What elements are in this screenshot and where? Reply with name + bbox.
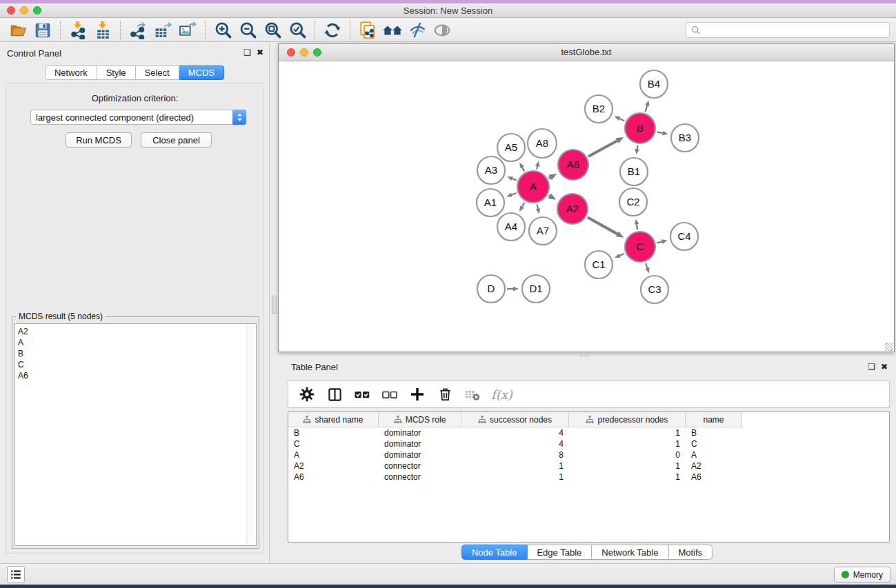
graph-edge-C-C2[interactable] — [635, 219, 639, 230]
network-window-titlebar[interactable]: testGlobe.txt — [279, 44, 894, 61]
column-header-predecessor-nodes[interactable]: predecessor nodes — [569, 412, 686, 427]
tab-edge-table[interactable]: Edge Table — [527, 545, 592, 560]
graph-node-C2[interactable]: C2 — [619, 188, 647, 216]
table-row[interactable]: Adominator80A — [288, 449, 889, 460]
graph-node-A3[interactable]: A3 — [477, 156, 505, 184]
table-cell[interactable]: 8 — [461, 449, 569, 460]
network-graph[interactable]: B4B2BB3A5A8A3A6B1AA1A2C2A4A7CC4C1C3DD1 — [279, 61, 894, 352]
graph-edge-A-A4[interactable] — [519, 203, 524, 212]
tab-node-table[interactable]: Node Table — [461, 545, 528, 560]
export-network-button[interactable] — [126, 20, 150, 41]
graph-edge-A-A2[interactable] — [548, 193, 557, 199]
show-graphics-details-button[interactable] — [430, 20, 455, 41]
mcds-result-item[interactable]: A2 — [15, 326, 256, 337]
graph-node-A6[interactable]: A6 — [558, 150, 588, 180]
graph-node-C1[interactable]: C1 — [585, 251, 613, 278]
zoom-in-button[interactable] — [210, 20, 235, 41]
float-panel-icon[interactable]: ❑ — [243, 48, 251, 57]
table-cell[interactable]: 1 — [569, 472, 686, 483]
graph-edge-A-A7[interactable] — [536, 204, 540, 214]
result-scrollbar[interactable] — [246, 324, 256, 545]
mcds-result-item[interactable]: B — [15, 348, 256, 359]
graph-edge-D-D1[interactable] — [507, 287, 519, 292]
close-panel-icon[interactable]: ✖ — [257, 48, 263, 57]
graph-node-B4[interactable]: B4 — [640, 70, 668, 98]
graph-node-A[interactable]: A — [517, 171, 549, 203]
graph-edge-C-C3[interactable] — [645, 263, 649, 274]
graph-edge-C-C4[interactable] — [657, 239, 667, 243]
table-cell[interactable]: 1 — [569, 438, 686, 449]
table-cell[interactable]: 4 — [461, 427, 569, 438]
criterion-select[interactable]: largest connected component (directed) — [30, 110, 246, 125]
resize-grip[interactable] — [885, 343, 893, 351]
graph-node-A2[interactable]: A2 — [557, 194, 588, 224]
column-header-shared-name[interactable]: shared name — [288, 412, 379, 427]
deselect-all-button[interactable] — [378, 383, 401, 405]
network-canvas[interactable]: B4B2BB3A5A8A3A6B1AA1A2C2A4A7CC4C1C3DD1 — [279, 61, 894, 352]
search-field[interactable] — [686, 22, 890, 38]
table-cell[interactable]: 0 — [569, 449, 686, 460]
graph-node-C[interactable]: C — [625, 232, 655, 262]
graph-node-D[interactable]: D — [477, 275, 505, 303]
duplicate-network-button[interactable] — [355, 20, 380, 41]
graph-edge-A-A8[interactable] — [535, 161, 539, 169]
graph-node-B[interactable]: B — [625, 113, 655, 143]
run-mcds-button[interactable]: Run MCDS — [66, 132, 132, 148]
graph-node-A4[interactable]: A4 — [497, 213, 525, 241]
graph-node-A1[interactable]: A1 — [477, 189, 504, 216]
delete-table-button[interactable] — [461, 383, 484, 405]
table-row[interactable]: Cdominator41C — [288, 438, 889, 449]
tab-network[interactable]: Network — [45, 65, 97, 80]
table-row[interactable]: Bdominator41B — [288, 427, 889, 438]
show-columns-button[interactable] — [323, 383, 346, 405]
tab-style[interactable]: Style — [97, 65, 136, 80]
select-all-button[interactable] — [350, 383, 374, 405]
graph-node-A7[interactable]: A7 — [529, 217, 557, 245]
graph-edge-C-C1[interactable] — [615, 254, 624, 258]
graph-edge-B-B4[interactable] — [645, 101, 649, 112]
zoom-out-button[interactable] — [235, 20, 260, 41]
table-cell[interactable]: dominator — [379, 438, 461, 449]
table-cell[interactable]: C — [686, 438, 742, 449]
table-row[interactable]: A6connector11A6 — [288, 472, 889, 483]
graph-node-A8[interactable]: A8 — [528, 129, 557, 158]
graph-node-C3[interactable]: C3 — [641, 276, 668, 303]
search-input[interactable] — [704, 26, 889, 35]
table-cell[interactable]: 1 — [461, 472, 569, 483]
delete-column-button[interactable] — [433, 383, 457, 405]
graph-edge-A-A3[interactable] — [507, 176, 517, 181]
table-cell[interactable]: connector — [379, 472, 461, 483]
tab-motifs[interactable]: Motifs — [668, 545, 713, 560]
table-row[interactable]: A2connector11A2 — [288, 460, 889, 472]
zoom-selected-button[interactable] — [285, 20, 310, 41]
graph-node-B3[interactable]: B3 — [671, 124, 699, 152]
mcds-result-item[interactable]: C — [15, 359, 256, 370]
export-image-button[interactable] — [175, 20, 200, 41]
graph-edge-B-B3[interactable] — [657, 131, 668, 135]
graph-edge-A-A1[interactable] — [506, 192, 516, 196]
vertical-divider-handle[interactable] — [272, 296, 277, 314]
table-cell[interactable]: 1 — [569, 427, 686, 438]
table-cell[interactable]: A6 — [288, 472, 379, 483]
export-table-button[interactable] — [150, 20, 175, 41]
close-panel-icon[interactable]: ✖ — [881, 362, 888, 372]
table-cell[interactable]: A2 — [686, 460, 742, 472]
table-settings-button[interactable] — [295, 383, 319, 405]
graph-node-B2[interactable]: B2 — [585, 95, 613, 123]
table-cell[interactable]: 1 — [461, 460, 569, 472]
function-builder-button[interactable]: f(x) — [491, 387, 512, 402]
graph-edge-B-B1[interactable] — [635, 145, 639, 155]
mcds-result-item[interactable]: A6 — [15, 370, 256, 381]
import-network-button[interactable] — [66, 20, 90, 41]
float-panel-icon[interactable]: ❑ — [868, 362, 875, 372]
add-column-button[interactable] — [406, 383, 429, 405]
task-history-button[interactable] — [7, 566, 25, 583]
graph-edge-A2-C[interactable] — [588, 217, 624, 238]
table-cell[interactable]: A2 — [288, 460, 379, 472]
mcds-result-item[interactable]: A — [15, 337, 256, 348]
table-cell[interactable]: C — [288, 438, 379, 449]
tab-select[interactable]: Select — [136, 65, 179, 80]
graph-node-D1[interactable]: D1 — [522, 275, 550, 303]
table-cell[interactable]: A — [288, 449, 379, 460]
show-all-networks-button[interactable] — [380, 20, 405, 41]
